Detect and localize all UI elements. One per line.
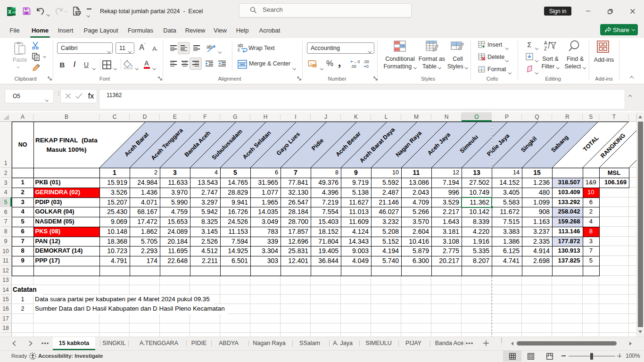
svg-text:.00: .00 bbox=[363, 59, 369, 64]
svg-text:0: 0 bbox=[366, 64, 369, 69]
svg-text:c: c bbox=[310, 62, 312, 66]
svg-text:.00: .00 bbox=[351, 64, 356, 69]
svg-text:RANGKING: RANGKING bbox=[599, 132, 627, 159]
svg-text:TOTAL: TOTAL bbox=[582, 134, 600, 153]
svg-text:Z: Z bbox=[544, 46, 547, 51]
svg-text:X: X bbox=[8, 9, 11, 15]
svg-text:←0: ←0 bbox=[354, 59, 360, 64]
svg-text:A: A bbox=[544, 41, 547, 46]
